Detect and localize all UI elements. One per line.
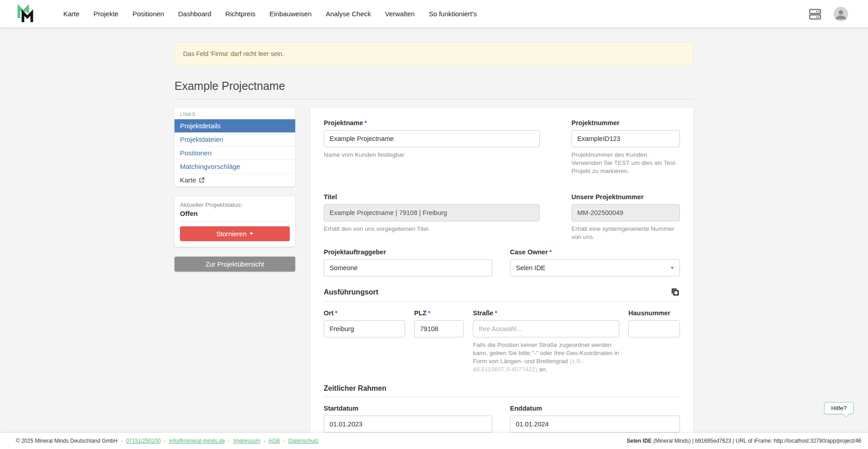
nav-item-positionen[interactable]: Positionen <box>132 10 164 18</box>
footer-link-email[interactable]: info@mineral-minds.de <box>169 438 225 444</box>
sidebar-item-label: Projektdetails <box>180 122 221 130</box>
sidebar-item-label: Projektdateien <box>180 136 223 143</box>
main-nav: Karte Projekte Positionen Dashboard Rich… <box>63 10 477 18</box>
sidebar-item-positionen[interactable]: Positionen <box>175 146 295 159</box>
strasse-label: Straße* <box>473 309 619 317</box>
stornieren-button[interactable]: Stornieren <box>180 226 290 241</box>
strasse-input[interactable] <box>473 320 619 337</box>
nav-item-einbauweisen[interactable]: Einbauweisen <box>269 10 311 18</box>
projektnummer-input[interactable] <box>571 130 680 147</box>
nav-item-richtpreis[interactable]: Richtpreis <box>225 10 255 18</box>
section-divider <box>324 397 680 397</box>
unsere-projektnummer-input <box>571 204 680 221</box>
page-content: Das Feld 'Firma' darf nicht leer sein. E… <box>0 28 868 433</box>
projektauftraggeber-label: Projektauftraggeber <box>324 248 492 256</box>
nav-item-verwalten[interactable]: Verwalten <box>385 10 415 18</box>
required-mark: * <box>549 248 552 256</box>
sidebar-item-karte[interactable]: Karte <box>175 173 295 187</box>
title-divider <box>175 99 693 99</box>
plz-label: PLZ* <box>414 309 464 317</box>
footer-left: © 2025 Mineral Minds Deutschland GmbH · … <box>16 438 318 444</box>
nav-item-projekte[interactable]: Projekte <box>94 10 118 18</box>
stornieren-label: Stornieren <box>217 230 247 238</box>
footer-session-info: Selen IDE (Mineral Minds) | b91695ed7623… <box>627 438 861 444</box>
page-title: Example Projectname <box>175 79 693 93</box>
ausfuehrungsort-section-title: Ausführungsort <box>324 288 378 296</box>
projektname-help: Name vom Kunden festlegbar <box>324 151 540 159</box>
unsere-projektnummer-label: Unsere Projektnummer <box>571 193 680 201</box>
zur-projektuebersicht-button[interactable]: Zur Projektübersicht <box>175 257 295 271</box>
ort-input[interactable] <box>324 320 405 337</box>
server-stack-icon[interactable] <box>808 7 822 21</box>
footer-copyright: © 2025 Mineral Minds Deutschland GmbH <box>16 438 118 444</box>
required-mark: * <box>364 119 367 126</box>
caret-down-icon <box>250 233 253 235</box>
sidebar-item-label: Matchingvorschläge <box>180 163 240 170</box>
required-mark: * <box>428 309 430 317</box>
enddatum-label: Enddatum <box>510 405 680 412</box>
projektname-input[interactable] <box>324 130 540 147</box>
titel-input <box>324 204 540 221</box>
status-card: Aktueller Projektstatus: Offen Storniere… <box>175 196 295 247</box>
sidebar-item-label: Positionen <box>180 149 212 157</box>
startdatum-label: Startdatum <box>324 405 492 412</box>
ort-label: Ort* <box>324 309 405 317</box>
links-card: LINKS Projektdetails Projektdateien Posi… <box>175 108 295 187</box>
status-value: Offen <box>180 210 290 217</box>
unsere-projektnummer-help: Erhält eine systemgenerierte Nummer von … <box>571 225 680 241</box>
titel-help: Erhält den von uns vorgegebenen Titel. <box>324 225 540 233</box>
footer-link-agb[interactable]: AGB <box>269 438 280 444</box>
sidebar-item-matchingvorschlaege[interactable]: Matchingvorschläge <box>175 159 295 173</box>
titel-label: Titel <box>324 193 540 201</box>
mineral-minds-logo-icon[interactable] <box>17 5 33 23</box>
zeitlicher-rahmen-section-title: Zeitlicher Rahmen <box>324 384 387 393</box>
footer-link-datenschutz[interactable]: Datenschutz <box>288 438 319 444</box>
case-owner-value: Selen IDE <box>516 264 545 271</box>
hausnummer-input[interactable] <box>628 320 680 337</box>
nav-item-dashboard[interactable]: Dashboard <box>178 10 211 18</box>
footer-link-impressum[interactable]: Impressum <box>233 438 260 444</box>
validation-alert: Das Feld 'Firma' darf nicht leer sein. <box>175 42 693 65</box>
links-header: LINKS <box>175 108 295 119</box>
nav-item-analyse-check[interactable]: Analyse Check <box>326 10 371 18</box>
top-navbar: Karte Projekte Positionen Dashboard Rich… <box>0 0 868 28</box>
footer-link-phone[interactable]: 07151/250100 <box>126 438 161 444</box>
projektnummer-label: Projektnummer <box>571 119 680 126</box>
project-details-form: Projektname* Name vom Kunden festlegbar … <box>310 108 693 433</box>
enddatum-input[interactable] <box>510 416 680 433</box>
hausnummer-label: Hausnummer <box>628 309 680 317</box>
select-caret-icon <box>670 267 674 269</box>
projektauftraggeber-input[interactable] <box>324 259 492 276</box>
projektnummer-help: Projektnummer des Kunden. Verwenden Sie … <box>571 151 680 175</box>
nav-item-so-funktionierts[interactable]: So funktioniert's <box>429 10 476 18</box>
footer: © 2025 Mineral Minds Deutschland GmbH · … <box>0 433 868 449</box>
alert-message: Das Feld 'Firma' darf nicht leer sein. <box>183 50 284 57</box>
sidebar-item-label: Karte <box>180 176 196 184</box>
startdatum-input[interactable] <box>324 416 492 433</box>
required-mark: * <box>335 309 338 317</box>
case-owner-label: Case Owner* <box>510 248 680 256</box>
status-label: Aktueller Projektstatus: <box>180 201 290 208</box>
status-divider <box>180 221 290 222</box>
external-link-icon <box>199 177 205 183</box>
sidebar-item-projektdateien[interactable]: Projektdateien <box>175 132 295 146</box>
case-owner-select[interactable]: Selen IDE <box>510 259 680 276</box>
projektname-label: Projektname* <box>324 119 540 126</box>
sidebar-item-projektdetails[interactable]: Projektdetails <box>175 119 295 132</box>
help-button[interactable]: Hilfe? <box>824 402 854 414</box>
nav-item-karte[interactable]: Karte <box>63 10 80 18</box>
section-divider <box>324 301 680 302</box>
plz-input[interactable] <box>414 320 464 337</box>
strasse-help: Falls die Position keiner Straße zugeord… <box>473 341 619 374</box>
required-mark: * <box>495 309 497 317</box>
sidebar: LINKS Projektdetails Projektdateien Posi… <box>175 108 295 271</box>
copy-icon[interactable] <box>670 287 680 297</box>
user-avatar-icon[interactable] <box>834 7 848 21</box>
